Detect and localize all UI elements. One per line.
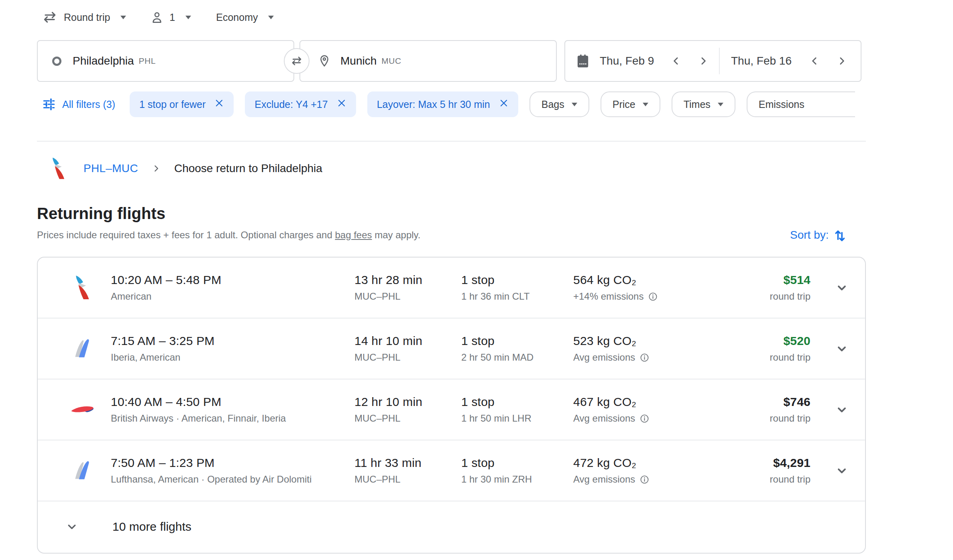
flight-price-note: round trip [720,291,810,302]
chevron-down-icon [834,280,849,295]
passengers-count: 1 [169,12,175,23]
lufthansa-american-logo [71,458,96,483]
caret-down-icon [643,103,648,106]
flight-stops: 1 stop [461,395,573,409]
flight-route: MUC–PHL [354,413,461,424]
expand-flight-button[interactable] [834,341,849,356]
flight-route: MUC–PHL [354,291,461,302]
flight-route: MUC–PHL [354,474,461,485]
flight-airlines: British Airways · American, Finnair, Ibe… [111,413,354,424]
filter-button-label: Price [613,99,635,110]
note-suffix: may apply. [372,229,421,240]
flight-duration: 12 hr 10 min [354,395,461,409]
departure-date-field[interactable]: Thu, Feb 9 [600,41,719,81]
info-icon[interactable] [640,475,649,484]
location-pin-icon [319,55,330,67]
flight-row[interactable]: 7:15 AM – 3:25 PMIberia, American14 hr 1… [38,319,865,379]
chevron-right-icon [151,163,161,174]
caret-down-icon [185,16,191,19]
origin-circle-icon [51,56,62,67]
dates-field: Thu, Feb 9 Thu, Feb 16 [564,40,861,82]
filter-button-bags[interactable]: Bags [529,91,589,117]
flight-co2: 523 kg CO₂ [573,334,720,348]
close-icon[interactable] [499,98,509,110]
origin-field[interactable]: Philadelphia PHL [37,40,294,82]
flight-price-note: round trip [720,352,810,363]
flight-emissions: Avg emissions [573,474,635,485]
caret-down-icon [120,16,126,19]
trip-options-bar: Round trip 1 Economy [42,6,274,29]
trip-type-value: Round trip [64,12,110,23]
return-date-value: Thu, Feb 16 [731,55,792,67]
all-filters-button[interactable]: All filters (3) [42,97,115,111]
departure-date-prev-button[interactable] [670,55,682,67]
flight-duration: 14 hr 10 min [354,334,461,348]
departure-date-next-button[interactable] [697,55,709,67]
flight-co2: 472 kg CO₂ [573,456,720,470]
departure-date-value: Thu, Feb 9 [600,55,654,67]
filter-chip[interactable]: Exclude: Y4 +17 [245,91,356,117]
flight-layover: 1 hr 36 min CLT [461,291,573,302]
flight-airlines: Lufthansa, American · Operated by Air Do… [111,474,354,485]
close-icon[interactable] [214,98,224,110]
flight-emissions: Avg emissions [573,413,635,424]
filter-button-times[interactable]: Times [672,91,735,117]
iberia-american-logo [71,336,96,361]
flight-row[interactable]: 10:20 AM – 5:48 PMAmerican13 hr 28 minMU… [38,258,865,319]
trip-type-select[interactable]: Round trip [42,11,126,24]
note-prefix: Prices include required taxes + fees for… [37,229,335,240]
destination-field[interactable]: Munich MUC [299,40,557,82]
sort-by-button[interactable]: Sort by: [790,228,847,242]
all-filters-label: All filters (3) [62,99,115,110]
filter-button-emissions[interactable]: Emissions [747,91,855,117]
cabin-class-select[interactable]: Economy [216,12,274,23]
expand-flight-button[interactable] [834,463,849,478]
close-icon[interactable] [337,98,346,110]
filter-chip-label: Exclude: Y4 +17 [255,99,328,110]
info-icon[interactable] [640,353,649,362]
section-divider [37,141,866,142]
flight-layover: 1 hr 50 min LHR [461,413,573,424]
flight-row[interactable]: 7:50 AM – 1:23 PMLufthansa, American · O… [38,440,865,501]
info-icon[interactable] [640,414,649,423]
flight-times: 10:20 AM – 5:48 PM [111,273,354,287]
filter-chip-label: Layover: Max 5 hr 30 min [377,99,490,110]
expand-flight-button[interactable] [834,402,849,417]
emissions-button-label: Emissions [759,99,804,110]
return-date-prev-button[interactable] [808,55,821,67]
caret-down-icon [572,103,577,106]
more-flights-button[interactable]: 10 more flights [38,501,865,552]
american-airlines-logo [71,275,96,300]
flight-row[interactable]: 10:40 AM – 4:50 PMBritish Airways · Amer… [38,379,865,440]
flight-co2: 564 kg CO₂ [573,273,720,287]
passengers-select[interactable]: 1 [151,10,191,24]
bag-fees-link[interactable]: bag fees [335,229,372,240]
flight-times: 10:40 AM – 4:50 PM [111,395,354,409]
swap-horiz-icon [42,11,57,24]
expand-more-icon [65,520,79,534]
return-date-field[interactable]: Thu, Feb 16 [720,41,850,81]
filter-chip-label: 1 stop or fewer [139,99,206,110]
swap-airports-button[interactable] [284,48,310,74]
flight-stops: 1 stop [461,273,573,287]
british-airways-logo [70,397,97,422]
flight-times: 7:50 AM – 1:23 PM [111,456,354,470]
flight-co2: 467 kg CO₂ [573,395,720,409]
filter-chip[interactable]: 1 stop or fewer [130,91,234,117]
info-icon[interactable] [648,292,658,301]
return-date-next-button[interactable] [836,55,848,67]
breadcrumb-current: Choose return to Philadelphia [174,162,322,175]
expand-flight-button[interactable] [834,280,849,295]
more-flights-label: 10 more flights [112,520,191,534]
sort-icon [833,228,847,242]
results-note: Prices include required taxes + fees for… [37,229,420,241]
cabin-class-value: Economy [216,12,258,23]
caret-down-icon [718,103,723,106]
flight-route: MUC–PHL [354,352,461,363]
american-airlines-logo [48,157,71,180]
flight-emissions: +14% emissions [573,291,643,302]
filter-button-price[interactable]: Price [601,91,660,117]
breadcrumb-route-link[interactable]: PHL–MUC [83,162,138,175]
filter-button-label: Bags [542,99,564,110]
filter-chip[interactable]: Layover: Max 5 hr 30 min [367,91,518,117]
